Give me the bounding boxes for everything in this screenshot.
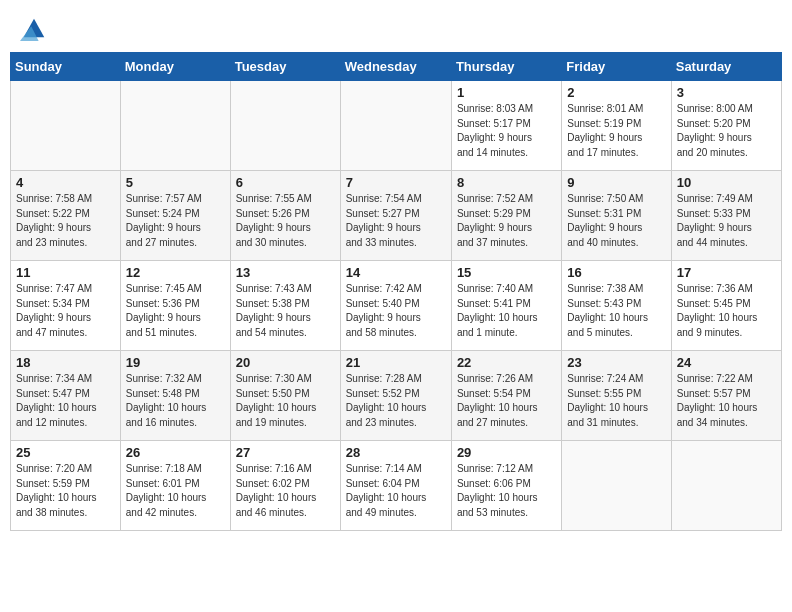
day-number: 23 bbox=[567, 355, 665, 370]
calendar-cell: 28Sunrise: 7:14 AM Sunset: 6:04 PM Dayli… bbox=[340, 441, 451, 531]
day-info: Sunrise: 7:58 AM Sunset: 5:22 PM Dayligh… bbox=[16, 192, 115, 250]
day-number: 28 bbox=[346, 445, 446, 460]
calendar-cell bbox=[671, 441, 781, 531]
weekday-header-monday: Monday bbox=[120, 53, 230, 81]
day-number: 12 bbox=[126, 265, 225, 280]
day-number: 21 bbox=[346, 355, 446, 370]
calendar-cell: 8Sunrise: 7:52 AM Sunset: 5:29 PM Daylig… bbox=[451, 171, 561, 261]
calendar-cell: 9Sunrise: 7:50 AM Sunset: 5:31 PM Daylig… bbox=[562, 171, 671, 261]
day-info: Sunrise: 7:42 AM Sunset: 5:40 PM Dayligh… bbox=[346, 282, 446, 340]
calendar-cell: 18Sunrise: 7:34 AM Sunset: 5:47 PM Dayli… bbox=[11, 351, 121, 441]
calendar-cell bbox=[562, 441, 671, 531]
calendar-cell: 5Sunrise: 7:57 AM Sunset: 5:24 PM Daylig… bbox=[120, 171, 230, 261]
day-info: Sunrise: 8:00 AM Sunset: 5:20 PM Dayligh… bbox=[677, 102, 776, 160]
day-info: Sunrise: 7:24 AM Sunset: 5:55 PM Dayligh… bbox=[567, 372, 665, 430]
day-info: Sunrise: 7:12 AM Sunset: 6:06 PM Dayligh… bbox=[457, 462, 556, 520]
day-info: Sunrise: 7:36 AM Sunset: 5:45 PM Dayligh… bbox=[677, 282, 776, 340]
calendar-cell: 15Sunrise: 7:40 AM Sunset: 5:41 PM Dayli… bbox=[451, 261, 561, 351]
calendar-cell: 26Sunrise: 7:18 AM Sunset: 6:01 PM Dayli… bbox=[120, 441, 230, 531]
day-number: 9 bbox=[567, 175, 665, 190]
day-info: Sunrise: 7:26 AM Sunset: 5:54 PM Dayligh… bbox=[457, 372, 556, 430]
day-info: Sunrise: 7:30 AM Sunset: 5:50 PM Dayligh… bbox=[236, 372, 335, 430]
day-info: Sunrise: 8:01 AM Sunset: 5:19 PM Dayligh… bbox=[567, 102, 665, 160]
calendar-week-row: 1Sunrise: 8:03 AM Sunset: 5:17 PM Daylig… bbox=[11, 81, 782, 171]
calendar-cell bbox=[230, 81, 340, 171]
calendar-cell: 7Sunrise: 7:54 AM Sunset: 5:27 PM Daylig… bbox=[340, 171, 451, 261]
logo-icon bbox=[20, 14, 48, 42]
day-number: 2 bbox=[567, 85, 665, 100]
day-info: Sunrise: 7:50 AM Sunset: 5:31 PM Dayligh… bbox=[567, 192, 665, 250]
calendar-cell: 27Sunrise: 7:16 AM Sunset: 6:02 PM Dayli… bbox=[230, 441, 340, 531]
day-number: 15 bbox=[457, 265, 556, 280]
day-info: Sunrise: 7:34 AM Sunset: 5:47 PM Dayligh… bbox=[16, 372, 115, 430]
day-number: 5 bbox=[126, 175, 225, 190]
calendar-cell: 24Sunrise: 7:22 AM Sunset: 5:57 PM Dayli… bbox=[671, 351, 781, 441]
day-number: 17 bbox=[677, 265, 776, 280]
day-number: 24 bbox=[677, 355, 776, 370]
day-info: Sunrise: 7:22 AM Sunset: 5:57 PM Dayligh… bbox=[677, 372, 776, 430]
calendar-cell: 2Sunrise: 8:01 AM Sunset: 5:19 PM Daylig… bbox=[562, 81, 671, 171]
day-number: 19 bbox=[126, 355, 225, 370]
weekday-header-thursday: Thursday bbox=[451, 53, 561, 81]
day-info: Sunrise: 7:18 AM Sunset: 6:01 PM Dayligh… bbox=[126, 462, 225, 520]
day-info: Sunrise: 7:40 AM Sunset: 5:41 PM Dayligh… bbox=[457, 282, 556, 340]
calendar-cell: 1Sunrise: 8:03 AM Sunset: 5:17 PM Daylig… bbox=[451, 81, 561, 171]
calendar-cell: 10Sunrise: 7:49 AM Sunset: 5:33 PM Dayli… bbox=[671, 171, 781, 261]
day-info: Sunrise: 7:32 AM Sunset: 5:48 PM Dayligh… bbox=[126, 372, 225, 430]
calendar-table: SundayMondayTuesdayWednesdayThursdayFrid… bbox=[10, 52, 782, 531]
day-info: Sunrise: 7:43 AM Sunset: 5:38 PM Dayligh… bbox=[236, 282, 335, 340]
day-number: 1 bbox=[457, 85, 556, 100]
day-number: 22 bbox=[457, 355, 556, 370]
day-info: Sunrise: 7:55 AM Sunset: 5:26 PM Dayligh… bbox=[236, 192, 335, 250]
weekday-header-sunday: Sunday bbox=[11, 53, 121, 81]
logo bbox=[18, 14, 48, 42]
calendar-cell: 20Sunrise: 7:30 AM Sunset: 5:50 PM Dayli… bbox=[230, 351, 340, 441]
calendar-cell: 14Sunrise: 7:42 AM Sunset: 5:40 PM Dayli… bbox=[340, 261, 451, 351]
calendar-cell: 17Sunrise: 7:36 AM Sunset: 5:45 PM Dayli… bbox=[671, 261, 781, 351]
calendar-cell: 6Sunrise: 7:55 AM Sunset: 5:26 PM Daylig… bbox=[230, 171, 340, 261]
weekday-header-tuesday: Tuesday bbox=[230, 53, 340, 81]
day-info: Sunrise: 7:47 AM Sunset: 5:34 PM Dayligh… bbox=[16, 282, 115, 340]
day-info: Sunrise: 7:16 AM Sunset: 6:02 PM Dayligh… bbox=[236, 462, 335, 520]
day-number: 25 bbox=[16, 445, 115, 460]
day-number: 14 bbox=[346, 265, 446, 280]
day-number: 11 bbox=[16, 265, 115, 280]
day-info: Sunrise: 7:54 AM Sunset: 5:27 PM Dayligh… bbox=[346, 192, 446, 250]
calendar-week-row: 11Sunrise: 7:47 AM Sunset: 5:34 PM Dayli… bbox=[11, 261, 782, 351]
day-info: Sunrise: 7:14 AM Sunset: 6:04 PM Dayligh… bbox=[346, 462, 446, 520]
day-info: Sunrise: 7:38 AM Sunset: 5:43 PM Dayligh… bbox=[567, 282, 665, 340]
calendar-cell: 21Sunrise: 7:28 AM Sunset: 5:52 PM Dayli… bbox=[340, 351, 451, 441]
day-number: 8 bbox=[457, 175, 556, 190]
day-number: 18 bbox=[16, 355, 115, 370]
calendar-week-row: 4Sunrise: 7:58 AM Sunset: 5:22 PM Daylig… bbox=[11, 171, 782, 261]
day-info: Sunrise: 7:57 AM Sunset: 5:24 PM Dayligh… bbox=[126, 192, 225, 250]
day-number: 16 bbox=[567, 265, 665, 280]
calendar-cell bbox=[11, 81, 121, 171]
day-number: 27 bbox=[236, 445, 335, 460]
calendar-week-row: 25Sunrise: 7:20 AM Sunset: 5:59 PM Dayli… bbox=[11, 441, 782, 531]
calendar-cell: 4Sunrise: 7:58 AM Sunset: 5:22 PM Daylig… bbox=[11, 171, 121, 261]
day-info: Sunrise: 7:20 AM Sunset: 5:59 PM Dayligh… bbox=[16, 462, 115, 520]
page-header bbox=[10, 10, 782, 46]
day-info: Sunrise: 7:49 AM Sunset: 5:33 PM Dayligh… bbox=[677, 192, 776, 250]
calendar-cell: 11Sunrise: 7:47 AM Sunset: 5:34 PM Dayli… bbox=[11, 261, 121, 351]
day-number: 20 bbox=[236, 355, 335, 370]
calendar-cell: 19Sunrise: 7:32 AM Sunset: 5:48 PM Dayli… bbox=[120, 351, 230, 441]
weekday-header-friday: Friday bbox=[562, 53, 671, 81]
weekday-header-wednesday: Wednesday bbox=[340, 53, 451, 81]
calendar-cell: 22Sunrise: 7:26 AM Sunset: 5:54 PM Dayli… bbox=[451, 351, 561, 441]
day-number: 3 bbox=[677, 85, 776, 100]
calendar-week-row: 18Sunrise: 7:34 AM Sunset: 5:47 PM Dayli… bbox=[11, 351, 782, 441]
day-info: Sunrise: 7:45 AM Sunset: 5:36 PM Dayligh… bbox=[126, 282, 225, 340]
calendar-cell bbox=[120, 81, 230, 171]
calendar-cell: 25Sunrise: 7:20 AM Sunset: 5:59 PM Dayli… bbox=[11, 441, 121, 531]
calendar-cell: 16Sunrise: 7:38 AM Sunset: 5:43 PM Dayli… bbox=[562, 261, 671, 351]
day-number: 29 bbox=[457, 445, 556, 460]
weekday-header-saturday: Saturday bbox=[671, 53, 781, 81]
calendar-header-row: SundayMondayTuesdayWednesdayThursdayFrid… bbox=[11, 53, 782, 81]
calendar-cell: 29Sunrise: 7:12 AM Sunset: 6:06 PM Dayli… bbox=[451, 441, 561, 531]
day-info: Sunrise: 7:52 AM Sunset: 5:29 PM Dayligh… bbox=[457, 192, 556, 250]
calendar-cell: 23Sunrise: 7:24 AM Sunset: 5:55 PM Dayli… bbox=[562, 351, 671, 441]
calendar-cell bbox=[340, 81, 451, 171]
day-number: 13 bbox=[236, 265, 335, 280]
